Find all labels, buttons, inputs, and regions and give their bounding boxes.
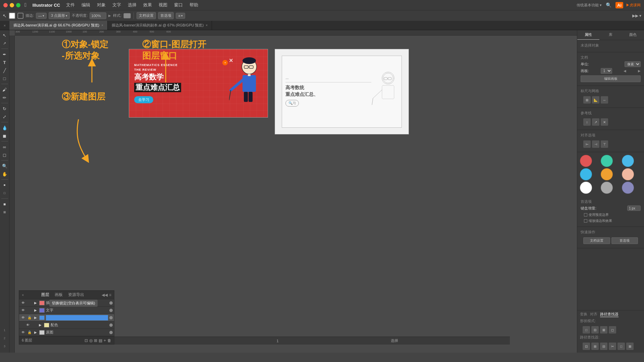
align-tab[interactable]: 对齐 <box>590 312 597 317</box>
quick-doc-settings-btn[interactable]: 文档设置 <box>583 237 610 244</box>
key-increment-input[interactable] <box>627 205 641 211</box>
canvas-area[interactable]: 300 1200 1100 1000 100 200 300 400 500 6… <box>9 30 577 353</box>
layer-row-5[interactable]: 👁 🔒 ▶ 原图 <box>19 329 114 336</box>
menu-item-edit[interactable]: 编辑 <box>79 1 93 9</box>
swatch-orange[interactable] <box>601 168 613 180</box>
apple-menu[interactable]:  <box>24 2 26 8</box>
artboard-nav-prev[interactable]: ◀ <box>624 69 626 73</box>
selection-tool[interactable]: ↖ <box>1 32 8 39</box>
arrange-btn[interactable]: ≡▾ <box>176 13 185 19</box>
type-tool[interactable]: T <box>1 59 8 66</box>
layer-name-4[interactable]: 配色 <box>51 322 108 327</box>
color-tab[interactable]: 颜色 <box>622 30 644 40</box>
libraries-tab[interactable]: 库 <box>599 30 622 40</box>
swatch-light-blue[interactable] <box>622 155 634 167</box>
line-tool[interactable]: ╱ <box>1 67 8 74</box>
hand-tool[interactable]: ✋ <box>1 170 8 178</box>
maximize-button[interactable] <box>16 3 20 7</box>
doc-settings-btn[interactable]: 文档设置 <box>137 12 156 19</box>
menu-item-file[interactable]: 文件 <box>63 1 77 9</box>
normal-mode-icon[interactable]: ◼ <box>1 200 8 208</box>
layer-expand-icon-4[interactable]: ▶ <box>38 323 43 327</box>
layer-lock-icon-2[interactable] <box>27 308 32 313</box>
opacity-input[interactable] <box>90 12 106 19</box>
layer-name-5[interactable]: 原图 <box>46 330 108 335</box>
layer-lock-icon-4[interactable] <box>32 323 37 327</box>
layer-lock-icon-5[interactable]: 🔒 <box>27 330 32 335</box>
layer-expand-icon-3[interactable]: ▶ <box>33 316 38 319</box>
menu-item-effects[interactable]: 效果 <box>141 1 155 9</box>
layers-panel[interactable]: × 图层 画板 资源导出 ◀◀ ≡ 👁 ▶ <box>19 290 114 345</box>
align-left-icon[interactable]: ⊢ <box>583 140 591 148</box>
layer-visibility-icon-5[interactable]: 👁 <box>20 330 26 335</box>
menu-item-help[interactable]: 帮助 <box>187 1 201 9</box>
layer-name-input-3[interactable] <box>46 315 108 320</box>
layer-lock-icon-3[interactable]: 🔓 <box>27 315 32 320</box>
edit-artboard-btn[interactable]: 编辑画板 <box>581 75 641 82</box>
asset-export-tab[interactable]: 资源导出 <box>67 292 86 298</box>
layer-expand-icon-5[interactable]: ▶ <box>33 330 38 334</box>
unite-icon[interactable]: □ <box>583 326 590 334</box>
stroke-selector[interactable]: — ▾ <box>36 13 47 19</box>
menu-item-select[interactable]: 选择 <box>125 1 139 9</box>
minus-front-icon[interactable]: ⊟ <box>591 326 599 334</box>
swatch-peach[interactable] <box>622 168 634 180</box>
swatch-purple-gray[interactable] <box>622 182 634 194</box>
artboards-tab[interactable]: 画板 <box>53 292 64 298</box>
layers-panel-close-icon[interactable]: × <box>22 293 24 297</box>
new-layer-btn[interactable]: + <box>104 338 106 343</box>
layer-expand-icon-1[interactable]: ▶ <box>33 301 38 305</box>
layer-visibility-icon-4[interactable]: 👁 <box>25 322 31 328</box>
layer-row-2[interactable]: 👁 ▶ 文字 <box>19 307 114 314</box>
menu-item-window[interactable]: 窗口 <box>171 1 185 9</box>
preferences-btn-toolbar[interactable]: 首选项 <box>158 12 174 19</box>
style-selector[interactable] <box>123 13 131 18</box>
menu-item-view[interactable]: 视图 <box>156 1 170 9</box>
pathfinder-tab[interactable]: 路径查找器 <box>600 312 619 317</box>
exclude-icon[interactable]: ◻ <box>609 326 616 334</box>
artboard-select[interactable]: 1 2 <box>601 68 612 74</box>
stroke-color-btn[interactable] <box>17 13 23 19</box>
unit-select[interactable]: 像素 毫米 <box>625 61 641 67</box>
release-guides-icon[interactable]: ↗ <box>592 118 599 126</box>
rotate-tool[interactable]: ↻ <box>1 105 8 112</box>
layer-expand-icon-2[interactable]: ▶ <box>33 308 38 312</box>
draw-mode-icon[interactable]: ⊞ <box>1 208 8 216</box>
workspace-selector[interactable]: 传统基本功能 ▾ <box>577 3 602 8</box>
banner-cta-btn[interactable]: 去学习 <box>134 96 153 103</box>
layer-visibility-icon-1[interactable]: 👁 <box>20 300 26 306</box>
minus-back-icon[interactable]: ⊠ <box>626 343 634 350</box>
search-icon[interactable]: 🔍 <box>606 2 611 8</box>
tab-2[interactable]: 插边风-banner演示稿的副本.ai @ 67% (RGB/GPU 预览) × <box>108 21 212 30</box>
panel-toggle-btn[interactable]: ▶▶ ▾ <box>632 13 641 18</box>
swatch-white[interactable] <box>580 182 592 194</box>
crop-icon[interactable]: ✂ <box>609 343 616 350</box>
corner-checkbox[interactable] <box>584 219 587 223</box>
layers-tab[interactable]: 图层 <box>40 292 51 298</box>
delete-layer-btn[interactable]: 🗑 <box>107 338 111 343</box>
canvas-content[interactable]: ①对象-锁定-所选对象 ②窗口-图层打开图层窗口 ③新建图层 <box>15 36 577 345</box>
artboard-nav[interactable]: 1 <box>1 326 8 334</box>
layer-row-4-sub[interactable]: 👁 ▶ 配色 <box>19 321 114 329</box>
quick-preferences-btn[interactable]: 首选项 <box>611 237 638 244</box>
fill-icon[interactable]: ■ <box>1 181 8 189</box>
swatch-teal[interactable] <box>601 155 613 167</box>
layer-name-2[interactable]: 文字 <box>46 308 108 313</box>
selection-tool-icon[interactable]: ↖ <box>3 13 7 18</box>
paintbrush-tool[interactable]: 🖌 <box>1 86 8 93</box>
align-right-icon[interactable]: ⊤ <box>601 140 608 148</box>
pencil-tool[interactable]: ✏ <box>1 94 8 101</box>
swatch-red[interactable] <box>580 155 592 167</box>
menu-item-text[interactable]: 文字 <box>110 1 124 9</box>
properties-tab[interactable]: 属性 <box>577 30 599 40</box>
pen-tool[interactable]: ✒ <box>1 51 8 58</box>
swatch-gray[interactable] <box>601 182 613 194</box>
eraser-tool[interactable]: ◻ <box>1 151 8 159</box>
scale-tool[interactable]: ⤢ <box>1 113 8 120</box>
snap-icon[interactable]: ↔ <box>601 96 608 104</box>
layer-visibility-icon-3[interactable]: 👁 <box>20 315 26 320</box>
layer-row-3[interactable]: 👁 🔓 ▶ <box>19 314 114 321</box>
show-rulers-icon[interactable]: 📐 <box>592 96 599 104</box>
layer-lock-icon-1[interactable] <box>27 301 32 305</box>
tab-2-close[interactable]: × <box>206 23 208 27</box>
